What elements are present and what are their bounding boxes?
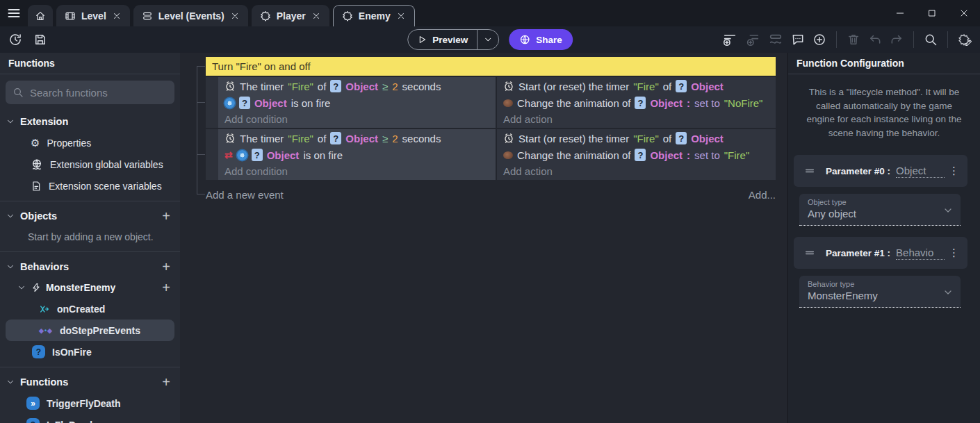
search-functions-box[interactable] bbox=[6, 81, 174, 104]
add-condition-link[interactable]: Add condition bbox=[224, 111, 489, 127]
divider bbox=[913, 31, 914, 48]
actions-column: Start (or reset) the timer "Fire" of ? O… bbox=[496, 129, 776, 180]
preview-options-chevron[interactable] bbox=[477, 35, 498, 44]
close-icon[interactable] bbox=[396, 11, 406, 21]
condition-timer[interactable]: The timer "Fire" of ? Object ≥ 2 seconds bbox=[224, 130, 489, 147]
timer-icon bbox=[224, 133, 236, 144]
sidebar-item-oncreated[interactable]: onCreated bbox=[0, 298, 180, 320]
redo-icon bbox=[890, 33, 904, 47]
action-start-timer[interactable]: Start (or reset) the timer "Fire" of ? O… bbox=[503, 130, 769, 147]
minimize-button[interactable] bbox=[884, 0, 916, 26]
tab-level[interactable]: Level bbox=[56, 5, 130, 26]
add-object-button[interactable]: + bbox=[162, 209, 170, 223]
save-icon[interactable] bbox=[33, 33, 47, 47]
divider bbox=[0, 251, 180, 252]
action-change-animation[interactable]: Change the animation of ? Object: set to… bbox=[503, 147, 769, 163]
condition-timer[interactable]: The timer "Fire" of ? Object ≥ 2 seconds bbox=[224, 78, 489, 94]
condition-is-on-fire[interactable]: ? Object is on fire bbox=[224, 94, 489, 111]
add-event-icon[interactable] bbox=[722, 32, 737, 47]
item-label: Extension global variables bbox=[50, 159, 163, 170]
add-condition-link[interactable]: Add condition bbox=[224, 163, 489, 179]
object-param-badge: ? bbox=[635, 149, 646, 161]
drag-handle-icon[interactable] bbox=[803, 247, 816, 259]
add-comment-icon[interactable] bbox=[791, 33, 805, 47]
add-function-button[interactable]: + bbox=[162, 375, 170, 389]
lifecycle-shuffle-icon bbox=[39, 304, 50, 315]
history-icon[interactable] bbox=[8, 33, 22, 47]
action-change-animation[interactable]: Change the animation of ? Object: set to… bbox=[503, 94, 769, 111]
event-row[interactable]: The timer "Fire" of ? Object ≥ 2 seconds… bbox=[206, 129, 776, 180]
globe-variables-icon bbox=[31, 158, 43, 171]
tree-tick bbox=[197, 66, 205, 67]
section-label: Objects bbox=[20, 210, 57, 222]
add-action-link[interactable]: Add action bbox=[503, 163, 769, 179]
action-start-timer[interactable]: Start (or reset) the timer "Fire" of ? O… bbox=[503, 78, 769, 94]
gdevelop-window: Level Level (Events) Player Enemy bbox=[0, 0, 980, 423]
parameter-name-input[interactable]: Behavio bbox=[896, 247, 945, 260]
event-drag-handle[interactable] bbox=[206, 129, 218, 180]
close-window-button[interactable] bbox=[948, 0, 980, 26]
section-extension[interactable]: Extension bbox=[0, 111, 180, 132]
sidebar-item-global-variables[interactable]: Extension global variables bbox=[0, 154, 180, 175]
sidebar-item-isflydead[interactable]: ? IsFlyDead bbox=[0, 414, 180, 423]
main-menu-button[interactable] bbox=[0, 0, 28, 26]
parameter-label: Parameter #0 : bbox=[826, 166, 890, 176]
tab-enemy[interactable]: Enemy bbox=[333, 5, 415, 26]
tab-level-events[interactable]: Level (Events) bbox=[133, 5, 248, 26]
preview-label: Preview bbox=[432, 35, 468, 45]
close-icon[interactable] bbox=[112, 11, 122, 21]
divider bbox=[947, 31, 948, 48]
behavior-gear-icon bbox=[224, 98, 235, 108]
parameter-0-card[interactable]: Parameter #0 : Object ⋮ bbox=[794, 155, 967, 187]
item-label: Properties bbox=[47, 138, 91, 149]
add-action-link[interactable]: Add action bbox=[503, 111, 769, 127]
item-label: TriggerFlyDeath bbox=[47, 398, 121, 409]
comment-text: Turn "Fire" on and off bbox=[212, 60, 311, 72]
kebab-menu-icon[interactable]: ⋮ bbox=[945, 165, 963, 177]
tree-tick bbox=[197, 194, 205, 194]
share-button[interactable]: Share bbox=[509, 29, 573, 50]
event-row[interactable]: The timer "Fire" of ? Object ≥ 2 seconds… bbox=[206, 77, 776, 128]
item-label: Extension scene variables bbox=[49, 181, 162, 192]
close-icon[interactable] bbox=[311, 11, 321, 21]
behavior-monsterenemy[interactable]: MonsterEnemy + bbox=[0, 277, 180, 298]
search-input[interactable] bbox=[30, 87, 168, 99]
sidebar-item-scene-variables[interactable]: Extension scene variables bbox=[0, 175, 180, 197]
add-more-link[interactable]: Add... bbox=[749, 189, 776, 201]
more-add-icon[interactable] bbox=[812, 33, 826, 47]
drag-handle-icon[interactable] bbox=[803, 165, 816, 177]
edit-extension-icon[interactable] bbox=[958, 33, 970, 46]
events-sheet-icon bbox=[142, 10, 153, 22]
undo-icon bbox=[868, 33, 882, 47]
item-label: IsFlyDead bbox=[47, 420, 92, 423]
sidebar-item-properties[interactable]: ⚙ Properties bbox=[0, 132, 180, 154]
maximize-button[interactable] bbox=[916, 0, 948, 26]
add-behavior-button[interactable]: + bbox=[162, 260, 170, 274]
add-new-event-link[interactable]: Add a new event bbox=[206, 189, 284, 201]
sidebar-item-isonfire[interactable]: ? IsOnFire bbox=[0, 341, 180, 363]
inverted-condition-icon: ⇄ bbox=[224, 149, 233, 160]
section-behaviors[interactable]: Behaviors + bbox=[0, 256, 180, 277]
search-icon[interactable] bbox=[924, 33, 938, 47]
section-functions[interactable]: Functions + bbox=[0, 372, 180, 392]
condition-function-icon: ? bbox=[26, 418, 40, 423]
behavior-type-select[interactable]: Behavior type MonsterEnemy bbox=[799, 276, 961, 308]
lifecycle-dots-icon: ◆•◆ bbox=[39, 327, 53, 334]
parameter-1-card[interactable]: Parameter #1 : Behavio ⋮ bbox=[794, 237, 967, 269]
condition-is-on-fire-inverted[interactable]: ⇄ ? Object is on fire bbox=[224, 147, 489, 163]
section-objects[interactable]: Objects + bbox=[0, 206, 180, 226]
timer-icon bbox=[224, 81, 236, 92]
event-drag-handle[interactable] bbox=[206, 77, 218, 128]
sidebar-item-triggerflydeath[interactable]: » TriggerFlyDeath bbox=[0, 392, 180, 414]
tab-player[interactable]: Player bbox=[252, 5, 329, 26]
preview-button[interactable]: Preview bbox=[407, 29, 499, 50]
comment-event[interactable]: Turn "Fire" on and off bbox=[206, 57, 776, 76]
object-type-select[interactable]: Object type Any object bbox=[799, 194, 961, 226]
tab-home[interactable] bbox=[28, 5, 53, 26]
parameter-name-input[interactable]: Object bbox=[896, 165, 945, 178]
add-other-event-icon bbox=[768, 32, 783, 47]
close-icon[interactable] bbox=[230, 11, 240, 21]
add-behavior-function-button[interactable]: + bbox=[162, 281, 170, 295]
sidebar-item-dostepreevents[interactable]: ◆•◆ doStepPreEvents bbox=[6, 320, 174, 341]
kebab-menu-icon[interactable]: ⋮ bbox=[945, 247, 963, 259]
